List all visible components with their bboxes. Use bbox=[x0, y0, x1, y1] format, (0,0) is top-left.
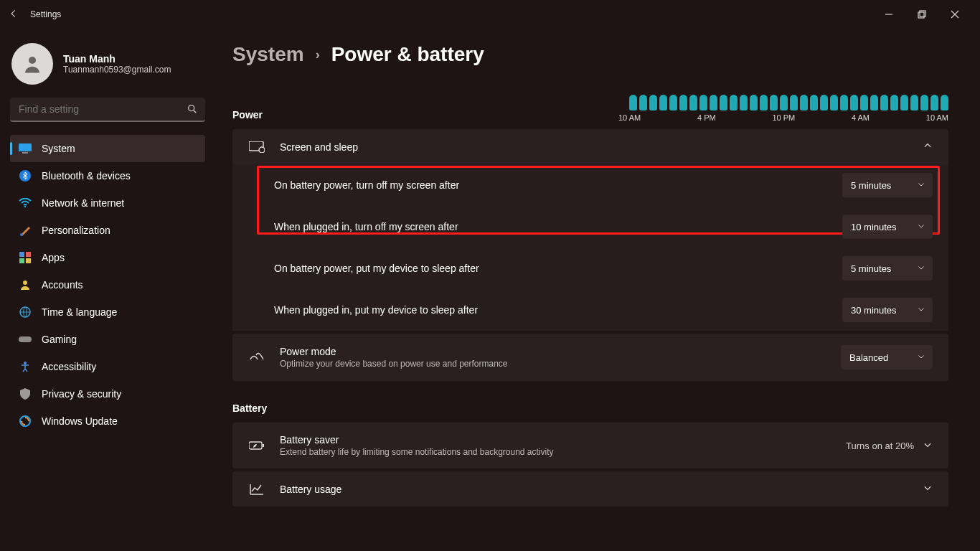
sidebar-item-privacy[interactable]: Privacy & security bbox=[10, 380, 205, 408]
window-title: Settings bbox=[30, 9, 61, 19]
sidebar-item-time[interactable]: Time & language bbox=[10, 298, 205, 326]
leaf-battery-icon bbox=[248, 441, 265, 451]
sidebar-item-label: Accounts bbox=[42, 279, 83, 291]
power-mode-icon bbox=[248, 352, 265, 362]
battery-saver-note: Turns on at 20% bbox=[846, 441, 914, 451]
nav-list: System Bluetooth & devices Network & int… bbox=[10, 135, 205, 435]
sidebar-item-accessibility[interactable]: Accessibility bbox=[10, 353, 205, 380]
card-title: Battery saver bbox=[280, 434, 554, 446]
sidebar-item-label: Network & internet bbox=[42, 197, 124, 209]
maximize-button[interactable] bbox=[905, 3, 938, 26]
power-mode-dropdown[interactable]: Balanced bbox=[841, 345, 933, 369]
svg-rect-12 bbox=[26, 258, 31, 263]
sidebar-item-label: Windows Update bbox=[42, 415, 118, 427]
chart-icon bbox=[248, 484, 265, 495]
battery-usage-card: Battery usage bbox=[232, 471, 948, 507]
chevron-right-icon: › bbox=[316, 47, 320, 62]
wifi-icon bbox=[19, 197, 32, 209]
svg-point-16 bbox=[24, 362, 27, 364]
power-mode-row[interactable]: Power mode Optimize your device based on… bbox=[232, 334, 948, 381]
back-button[interactable] bbox=[9, 9, 19, 21]
dropdown-value: 5 minutes bbox=[851, 180, 891, 191]
chevron-down-icon bbox=[917, 221, 925, 232]
sidebar-item-personalization[interactable]: Personalization bbox=[10, 217, 205, 244]
svg-rect-4 bbox=[19, 143, 32, 151]
sidebar-item-label: Accessibility bbox=[42, 361, 96, 372]
apps-icon bbox=[19, 251, 32, 264]
sidebar-item-system[interactable]: System bbox=[10, 135, 205, 162]
chevron-down-icon bbox=[917, 352, 925, 363]
chevron-down-icon bbox=[917, 263, 925, 274]
setting-label: On battery power, put my device to sleep… bbox=[274, 263, 479, 274]
svg-point-3 bbox=[189, 105, 194, 111]
battery-level-chart[interactable]: 10 AM 4 PM 10 PM 4 AM 10 AM bbox=[590, 95, 948, 122]
plugged-sleep-dropdown[interactable]: 30 minutes bbox=[842, 298, 933, 322]
plugged-screen-row: When plugged in, turn off my screen afte… bbox=[232, 206, 948, 248]
sidebar-item-label: Personalization bbox=[42, 225, 110, 236]
dropdown-value: 30 minutes bbox=[851, 305, 897, 316]
svg-rect-0 bbox=[920, 11, 925, 17]
titlebar: Settings bbox=[0, 0, 980, 29]
avatar bbox=[11, 43, 53, 85]
svg-rect-5 bbox=[22, 152, 28, 154]
user-profile[interactable]: Tuan Manh Tuanmanh0593@gmail.com bbox=[10, 40, 205, 98]
system-icon bbox=[19, 142, 32, 155]
battery-sleep-dropdown[interactable]: 5 minutes bbox=[842, 256, 933, 281]
sidebar-item-apps[interactable]: Apps bbox=[10, 244, 205, 271]
svg-rect-9 bbox=[19, 252, 24, 257]
sidebar-item-network[interactable]: Network & internet bbox=[10, 189, 205, 217]
sidebar: Tuan Manh Tuanmanh0593@gmail.com System … bbox=[0, 29, 215, 551]
card-subtitle: Extend battery life by limiting some not… bbox=[280, 447, 554, 457]
search-icon bbox=[187, 103, 198, 117]
card-title: Screen and sleep bbox=[280, 141, 358, 153]
svg-point-7 bbox=[24, 206, 26, 207]
screen-sleep-header[interactable]: Screen and sleep bbox=[232, 129, 948, 164]
section-battery: Battery bbox=[232, 402, 948, 414]
svg-point-8 bbox=[20, 233, 23, 236]
power-mode-card: Power mode Optimize your device based on… bbox=[232, 334, 948, 381]
sidebar-item-bluetooth[interactable]: Bluetooth & devices bbox=[10, 162, 205, 189]
chevron-up-icon bbox=[923, 141, 933, 153]
paintbrush-icon bbox=[19, 224, 32, 237]
chevron-down-icon bbox=[917, 304, 925, 316]
sidebar-item-update[interactable]: Windows Update bbox=[10, 408, 205, 435]
screen-icon bbox=[248, 141, 265, 153]
dropdown-value: 5 minutes bbox=[851, 263, 891, 274]
setting-label: When plugged in, put my device to sleep … bbox=[274, 304, 478, 316]
sidebar-item-label: Bluetooth & devices bbox=[42, 170, 131, 182]
sidebar-item-label: System bbox=[42, 143, 75, 154]
plugged-screen-dropdown[interactable]: 10 minutes bbox=[842, 215, 933, 239]
sidebar-item-label: Apps bbox=[42, 252, 65, 263]
shield-icon bbox=[19, 387, 32, 400]
dropdown-value: 10 minutes bbox=[851, 222, 897, 232]
dropdown-value: Balanced bbox=[849, 352, 888, 363]
search-field[interactable] bbox=[19, 103, 181, 115]
battery-saver-row[interactable]: Battery saver Extend battery life by lim… bbox=[232, 423, 948, 468]
setting-label: When plugged in, turn off my screen afte… bbox=[274, 221, 458, 232]
screen-sleep-card: Screen and sleep On battery power, turn … bbox=[232, 129, 948, 331]
battery-screen-row: On battery power, turn off my screen aft… bbox=[232, 164, 948, 206]
sidebar-item-label: Time & language bbox=[42, 306, 117, 318]
setting-label: On battery power, turn off my screen aft… bbox=[274, 179, 459, 191]
svg-point-19 bbox=[259, 147, 265, 153]
globe-icon bbox=[19, 306, 32, 319]
search-input[interactable] bbox=[10, 98, 205, 122]
chevron-down-icon bbox=[917, 179, 925, 191]
svg-point-13 bbox=[23, 281, 27, 285]
accessibility-icon bbox=[19, 360, 32, 373]
gamepad-icon bbox=[19, 333, 32, 346]
sidebar-item-accounts[interactable]: Accounts bbox=[10, 271, 205, 298]
battery-usage-row[interactable]: Battery usage bbox=[232, 471, 948, 507]
sidebar-item-gaming[interactable]: Gaming bbox=[10, 326, 205, 353]
plugged-sleep-row: When plugged in, put my device to sleep … bbox=[232, 289, 948, 331]
minimize-button[interactable] bbox=[872, 3, 905, 26]
chart-bars bbox=[590, 95, 948, 110]
sidebar-item-label: Gaming bbox=[42, 334, 77, 345]
card-subtitle: Optimize your device based on power use … bbox=[280, 359, 508, 369]
card-title: Power mode bbox=[280, 346, 508, 357]
battery-sleep-row: On battery power, put my device to sleep… bbox=[232, 248, 948, 289]
breadcrumb-parent[interactable]: System bbox=[232, 43, 304, 66]
close-button[interactable] bbox=[938, 3, 971, 26]
battery-screen-dropdown[interactable]: 5 minutes bbox=[842, 173, 933, 197]
sidebar-item-label: Privacy & security bbox=[42, 388, 121, 400]
